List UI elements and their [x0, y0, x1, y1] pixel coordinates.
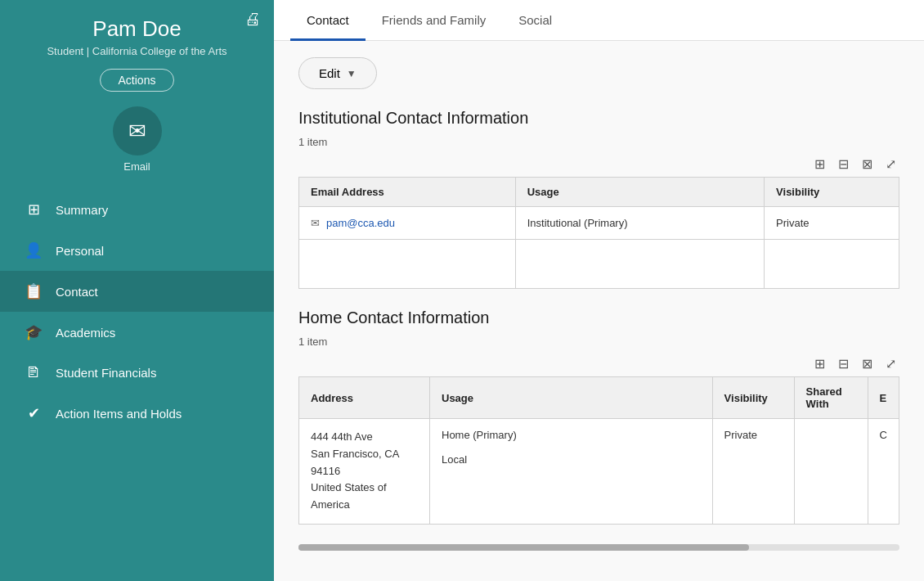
home-table: Address Usage Visibility Shared With E 4…: [298, 376, 899, 525]
email-icon: ✉: [311, 217, 320, 229]
institutional-table: Email Address Usage Visibility ✉ pam@cca…: [298, 177, 899, 289]
horizontal-scrollbar[interactable]: [298, 544, 899, 551]
email-value: pam@cca.edu: [326, 217, 395, 229]
print-icon[interactable]: 🖨: [244, 10, 261, 29]
address-line3: United States of America: [311, 481, 387, 511]
sidebar-item-contact[interactable]: 📋 Contact: [0, 271, 274, 312]
tab-contact[interactable]: Contact: [290, 0, 366, 41]
address-line2: San Francisco, CA 94116: [311, 448, 399, 477]
personal-icon: 👤: [25, 241, 43, 259]
institutional-item-count: 1 item: [298, 136, 899, 148]
col-extra: E: [868, 377, 899, 419]
usage-cell: Institutional (Primary): [515, 207, 764, 240]
col-address: Address: [299, 377, 430, 419]
sidebar-item-action-items-label: Action Items and Holds: [56, 407, 182, 421]
col-home-usage: Usage: [430, 377, 713, 419]
institutional-table-header-row: Email Address Usage Visibility: [299, 178, 899, 207]
filter-icon[interactable]: ⊟: [835, 155, 852, 173]
table-row: ✉ pam@cca.edu Institutional (Primary) Pr…: [299, 207, 899, 240]
home-table-toolbar: ⊞ ⊟ ⊠ ⤢: [298, 354, 899, 373]
extra-cell: C: [868, 419, 899, 525]
table-row-empty: [299, 240, 899, 289]
sidebar-item-action-items[interactable]: ✔ Action Items and Holds: [0, 393, 274, 434]
email-link[interactable]: ✉ pam@cca.edu: [311, 217, 504, 229]
home-columns-icon[interactable]: ⊠: [859, 354, 876, 373]
institutional-table-toolbar: ⊞ ⊟ ⊠ ⤢: [298, 155, 899, 173]
home-section-title: Home Contact Information: [298, 309, 899, 327]
sidebar-item-financials-label: Student Financials: [56, 366, 156, 380]
col-usage: Usage: [515, 178, 764, 207]
email-address-cell: ✉ pam@cca.edu: [299, 207, 516, 240]
summary-icon: ⊞: [25, 200, 43, 218]
institutional-section-title: Institutional Contact Information: [298, 109, 899, 128]
action-items-icon: ✔: [25, 404, 43, 422]
academics-icon: 🎓: [25, 323, 43, 341]
shared-with-cell: [794, 419, 868, 525]
empty-cell-2: [515, 240, 764, 289]
sidebar-item-summary-label: Summary: [56, 203, 108, 217]
empty-cell-3: [765, 240, 899, 289]
tab-bar: Contact Friends and Family Social: [274, 0, 924, 41]
sidebar-item-summary[interactable]: ⊞ Summary: [0, 189, 274, 230]
edit-label: Edit: [319, 66, 340, 80]
home-item-count: 1 item: [298, 336, 899, 348]
col-home-visibility: Visibility: [712, 377, 794, 419]
columns-icon[interactable]: ⊠: [859, 155, 876, 173]
home-table-header-row: Address Usage Visibility Shared With E: [299, 377, 899, 419]
export-icon[interactable]: ⊞: [811, 155, 828, 173]
tab-friends-family[interactable]: Friends and Family: [366, 0, 503, 41]
sidebar-item-personal[interactable]: 👤 Personal: [0, 230, 274, 271]
sidebar-item-academics[interactable]: 🎓 Academics: [0, 312, 274, 353]
sidebar-item-contact-label: Contact: [56, 285, 98, 299]
home-expand-icon[interactable]: ⤢: [882, 354, 899, 373]
chevron-down-icon: ▼: [347, 68, 357, 79]
home-filter-icon[interactable]: ⊟: [835, 354, 852, 373]
home-usage-cell: Home (Primary) Local: [430, 419, 713, 525]
email-label: Email: [123, 160, 150, 173]
address-value: 444 44th Ave San Francisco, CA 94116 Uni…: [311, 429, 418, 514]
sidebar: 🖨 Pam Doe Student | California College o…: [0, 0, 274, 581]
home-usage-line2: Local: [442, 453, 701, 466]
table-row: 444 44th Ave San Francisco, CA 94116 Uni…: [299, 419, 899, 525]
home-visibility-cell: Private: [712, 419, 794, 525]
sidebar-item-student-financials[interactable]: 🖹 Student Financials: [0, 353, 274, 393]
home-export-icon[interactable]: ⊞: [811, 354, 828, 373]
col-visibility: Visibility: [765, 178, 899, 207]
empty-cell-1: [299, 240, 516, 289]
financials-icon: 🖹: [25, 364, 43, 381]
content-area: Edit ▼ Institutional Contact Information…: [274, 41, 924, 581]
tab-social[interactable]: Social: [502, 0, 568, 41]
col-shared-with: Shared With: [794, 377, 868, 419]
address-cell: 444 44th Ave San Francisco, CA 94116 Uni…: [299, 419, 430, 525]
student-subtitle: Student | California College of the Arts: [47, 45, 227, 57]
sidebar-item-academics-label: Academics: [56, 326, 115, 340]
sidebar-item-personal-label: Personal: [56, 244, 104, 258]
visibility-cell: Private: [765, 207, 899, 240]
home-usage-line1: Home (Primary): [442, 429, 701, 441]
edit-button[interactable]: Edit ▼: [298, 57, 377, 89]
actions-button[interactable]: Actions: [100, 69, 175, 92]
student-name: Pam Doe: [92, 16, 181, 42]
scrollbar-thumb: [298, 544, 749, 551]
address-line1: 444 44th Ave: [311, 430, 373, 443]
expand-icon[interactable]: ⤢: [882, 155, 899, 173]
contact-icon: 📋: [25, 282, 43, 300]
email-avatar: ✉: [113, 106, 162, 155]
col-email-address: Email Address: [299, 178, 516, 207]
main-panel: Contact Friends and Family Social Edit ▼…: [274, 0, 924, 581]
